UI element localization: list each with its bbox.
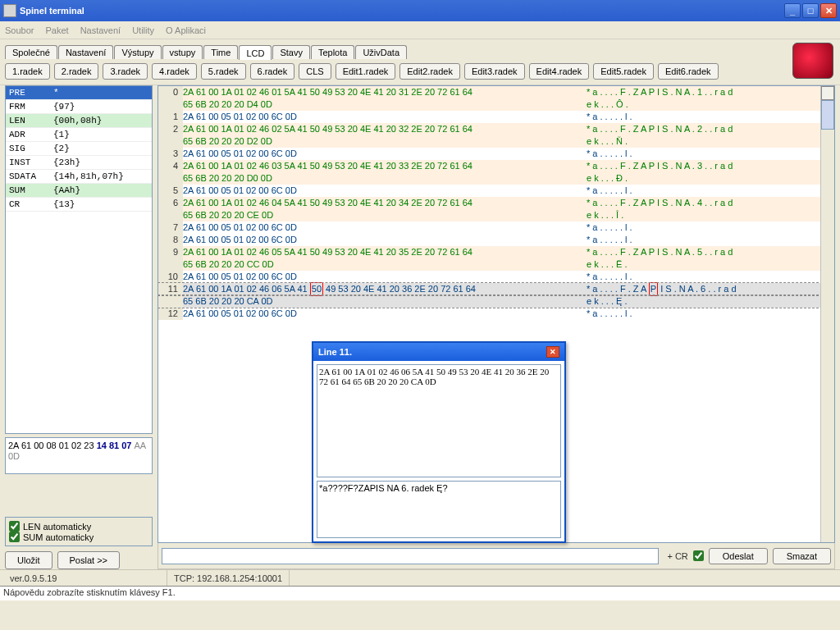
save-button[interactable]: Uložit <box>5 551 52 569</box>
hex-line[interactable]: 02A 61 00 1A 01 02 46 01 5A 41 50 49 53 … <box>158 86 834 98</box>
cr-checkbox[interactable] <box>693 550 704 561</box>
row-button[interactable]: Edit1.radek <box>336 63 396 80</box>
hex-line[interactable]: 102A 61 00 05 01 02 00 6C 0D* a . . . . … <box>158 271 834 283</box>
line-detail-popup[interactable]: Line 11. ✕ 2A 61 00 1A 01 02 46 06 5A 41… <box>312 341 566 543</box>
menu-about[interactable]: O Aplikaci <box>166 25 824 35</box>
tab-row: SpolečnéNastaveníVýstupyvstupyTimeLCDSta… <box>5 43 835 59</box>
table-row[interactable]: INST{23h} <box>6 156 152 170</box>
hex-line[interactable]: 52A 61 00 05 01 02 00 6C 0D* a . . . . .… <box>158 185 834 197</box>
status-version: ver.0.9.5.19 <box>3 570 167 586</box>
scrollbar[interactable] <box>820 86 834 542</box>
table-row[interactable]: SDATA{14h,81h,07h} <box>6 170 152 184</box>
tab-společné[interactable]: Společné <box>5 45 57 59</box>
menu-item[interactable]: Paket <box>45 25 68 35</box>
sum-auto-checkbox[interactable]: SUM automaticky <box>9 532 148 542</box>
hex-line[interactable]: 12A 61 00 05 01 02 00 6C 0D* a . . . . .… <box>158 111 834 123</box>
button-row: 1.radek2.radek3.radek4.radek5.radek6.rad… <box>5 63 835 80</box>
app-logo-icon <box>792 43 833 79</box>
clear-button[interactable]: Smazat <box>773 548 831 564</box>
table-row[interactable]: PRE* <box>6 86 152 100</box>
row-button[interactable]: Edit4.radek <box>529 63 590 80</box>
menu-item[interactable]: Utility <box>132 25 154 35</box>
row-button[interactable]: Edit2.radek <box>399 63 460 80</box>
hex-line[interactable]: 65 6B 20 20 20 CA 0De k . . . Ę . <box>158 295 834 308</box>
send-bar: + CR Odeslat Smazat <box>158 543 835 569</box>
hex-line[interactable]: 65 6B 20 20 20 D4 0De k . . . Ô . <box>158 98 834 111</box>
status-connection: TCP: 192.168.1.254:10001 <box>167 570 290 586</box>
scroll-up-icon[interactable] <box>821 86 834 100</box>
popup-title-bar[interactable]: Line 11. ✕ <box>313 343 564 361</box>
status-bar: ver.0.9.5.19 TCP: 192.168.1.254:10001 <box>0 569 840 586</box>
help-bar: Nápovědu zobrazíte stisknutím klávesy F1… <box>0 586 840 600</box>
popup-title: Line 11. <box>318 347 352 357</box>
table-row[interactable]: ADR{1} <box>6 128 152 142</box>
tab-lcd[interactable]: LCD <box>239 45 272 60</box>
send-button[interactable]: Odeslat <box>709 548 768 564</box>
tab-time[interactable]: Time <box>203 45 238 59</box>
row-button[interactable]: 6.radek <box>250 63 295 80</box>
row-button[interactable]: 5.radek <box>201 63 246 80</box>
hex-line[interactable]: 112A 61 00 1A 01 02 46 06 5A 41 50 49 53… <box>158 283 834 295</box>
tab-vstupy[interactable]: vstupy <box>162 45 203 59</box>
menu-item[interactable]: Soubor <box>5 25 34 35</box>
row-button[interactable]: CLS <box>299 63 331 80</box>
maximize-button[interactable]: □ <box>802 3 819 18</box>
table-row[interactable]: FRM{97} <box>6 100 152 114</box>
len-auto-checkbox[interactable]: LEN automaticky <box>9 521 148 532</box>
popup-close-icon[interactable]: ✕ <box>546 346 559 358</box>
table-row[interactable]: SIG{2} <box>6 142 152 156</box>
menu-bar: Soubor Paket Nastavení Utility O Aplikac… <box>0 21 840 39</box>
row-button[interactable]: Edit6.radek <box>658 63 719 80</box>
row-button[interactable]: 1.radek <box>5 63 50 80</box>
window-title: Spinel terminal <box>20 6 84 16</box>
row-button[interactable]: Edit3.radek <box>464 63 525 80</box>
row-button[interactable]: Edit5.radek <box>593 63 654 80</box>
row-button[interactable]: 4.radek <box>152 63 197 80</box>
table-row[interactable]: LEN{00h,08h} <box>6 114 152 128</box>
hex-line[interactable]: 65 6B 20 20 20 D0 0De k . . . Đ . <box>158 172 834 185</box>
packet-table[interactable]: PRE*FRM{97}LEN{00h,08h}ADR{1}SIG{2}INST{… <box>5 85 153 434</box>
tab-nastavení[interactable]: Nastavení <box>58 45 114 59</box>
packet-hex-preview: 2A 61 00 08 01 02 23 14 81 07 AA 0D <box>5 437 153 474</box>
tab-výstupy[interactable]: Výstupy <box>114 45 161 59</box>
table-row[interactable]: CR{13} <box>6 198 152 212</box>
minimize-button[interactable]: _ <box>784 3 801 18</box>
toolbar: SpolečnéNastaveníVýstupyvstupyTimeLCDSta… <box>0 39 840 85</box>
popup-ascii[interactable]: *a????F?ZAPIS NA 6. radek Ę? <box>317 481 561 538</box>
cr-label: + CR <box>667 551 687 561</box>
scroll-thumb[interactable] <box>821 100 834 130</box>
auto-options: LEN automaticky SUM automaticky <box>5 517 153 546</box>
table-row[interactable]: SUM{AAh} <box>6 184 152 198</box>
hex-line[interactable]: 22A 61 00 1A 01 02 46 02 5A 41 50 49 53 … <box>158 123 834 135</box>
hex-line[interactable]: 32A 61 00 05 01 02 00 6C 0D* a . . . . .… <box>158 148 834 160</box>
hex-line[interactable]: 72A 61 00 05 01 02 00 6C 0D* a . . . . .… <box>158 221 834 234</box>
hex-line[interactable]: 65 6B 20 20 20 CE 0De k . . . Î . <box>158 209 834 221</box>
hex-line[interactable]: 62A 61 00 1A 01 02 46 04 5A 41 50 49 53 … <box>158 197 834 209</box>
hex-line[interactable]: 65 6B 20 20 20 CC 0De k . . . Ë . <box>158 258 834 271</box>
hex-line[interactable]: 92A 61 00 1A 01 02 46 05 5A 41 50 49 53 … <box>158 246 834 258</box>
close-button[interactable]: ✕ <box>820 3 837 18</box>
tab-teplota[interactable]: Teplota <box>311 45 354 59</box>
send-to-right-button[interactable]: Poslat >> <box>57 551 120 569</box>
tab-uživdata[interactable]: UživData <box>355 45 407 59</box>
title-bar: Spinel terminal _ □ ✕ <box>0 0 840 21</box>
app-icon <box>3 4 16 17</box>
send-input[interactable] <box>162 548 659 564</box>
hex-line[interactable]: 122A 61 00 05 01 02 00 6C 0D* a . . . . … <box>158 308 834 320</box>
hex-line[interactable]: 42A 61 00 1A 01 02 46 03 5A 41 50 49 53 … <box>158 160 834 172</box>
tab-stavy[interactable]: Stavy <box>272 45 310 59</box>
hex-line[interactable]: 65 6B 20 20 20 D2 0De k . . . Ň . <box>158 135 834 148</box>
hex-line[interactable]: 82A 61 00 05 01 02 00 6C 0D* a . . . . .… <box>158 234 834 246</box>
menu-item[interactable]: Nastavení <box>80 25 121 35</box>
row-button[interactable]: 2.radek <box>54 63 99 80</box>
row-button[interactable]: 3.radek <box>103 63 148 80</box>
popup-hex[interactable]: 2A 61 00 1A 01 02 46 06 5A 41 50 49 53 2… <box>317 364 561 477</box>
